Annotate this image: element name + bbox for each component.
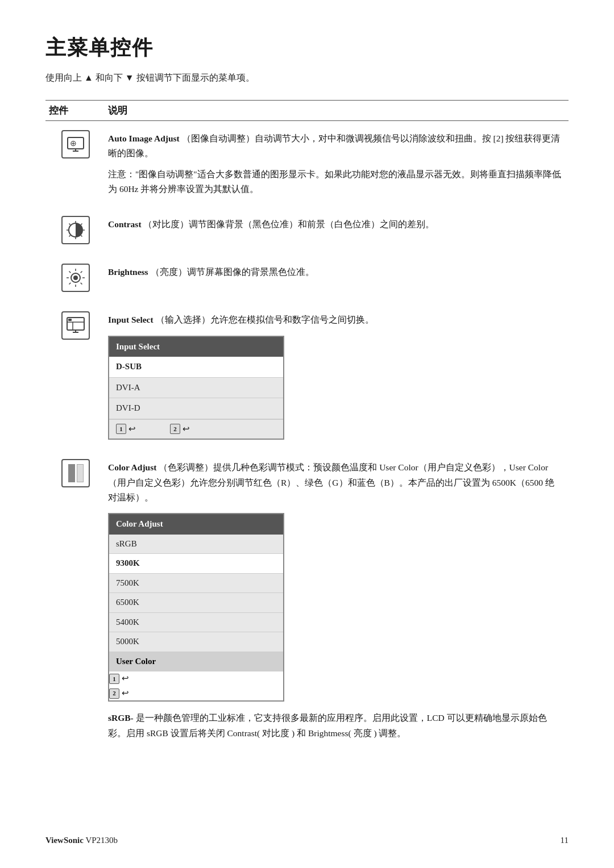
menu-item-5400k[interactable]: 5400K: [109, 613, 283, 633]
col-header-description: 说明: [108, 101, 569, 121]
menu-item-dsub[interactable]: D-SUB: [109, 357, 283, 378]
contrast-svg: [66, 220, 85, 240]
menu-item-dvid[interactable]: DVI-D: [109, 398, 283, 419]
svg-line-9: [69, 224, 70, 225]
spacer-row: [45, 250, 569, 254]
srgb-label: sRGB-: [108, 713, 134, 723]
table-row: ⊕ Auto Image Adjust （图像自动调整）自动调节大小，对中和微调…: [45, 121, 569, 203]
color-adjust-text: （色彩调整）提供几种色彩调节模式：预设颜色温度和 User Color（用户自定…: [108, 462, 554, 502]
color-adjust-menu: Color Adjust sRGB 9300K 7500K 6500K 5400…: [108, 513, 284, 702]
footer-icon-2: ↩: [182, 422, 190, 437]
color-bars-icon: [68, 464, 84, 482]
input-select-icon: [61, 311, 90, 340]
input-select-menu: Input Select D-SUB DVI-A DVI-D 1 ↩ 2 ↩: [108, 336, 284, 440]
footer-num-2: 2: [170, 424, 180, 434]
note-label: 注意：: [108, 169, 135, 179]
controls-table: 控件 说明 ⊕: [45, 100, 569, 746]
color-footer-num-2: 2: [109, 688, 119, 699]
page-footer: ViewSonic VP2130b 11: [0, 836, 614, 845]
auto-image-adjust-icon: ⊕: [61, 130, 90, 158]
color-bar-dark: [68, 464, 75, 482]
svg-rect-26: [68, 319, 72, 321]
svg-line-19: [69, 272, 71, 273]
contrast-text: （对比度）调节图像背景（黑色位准）和前景（白色位准）之间的差别。: [143, 219, 434, 229]
footer-btn1: 1 ↩: [116, 422, 136, 437]
brightness-svg: [66, 268, 85, 287]
brightness-text: （亮度）调节屏幕图像的背景黑色位准。: [151, 267, 314, 277]
brightness-description: Brightness （亮度）调节屏幕图像的背景黑色位准。: [108, 254, 569, 298]
col-header-control: 控件: [45, 101, 108, 121]
input-select-svg: [65, 315, 86, 336]
page-title: 主菜单控件: [45, 34, 569, 62]
color-adjust-icon-cell: [45, 450, 108, 746]
page-number: 11: [561, 836, 569, 845]
color-footer-icon-1: ↩: [122, 671, 129, 686]
input-select-text: （输入选择）允许您在模拟信号和数字信号之间切换。: [156, 315, 374, 324]
input-select-icon-cell: [45, 302, 108, 445]
menu-item-srgb[interactable]: sRGB: [109, 535, 283, 554]
color-footer-btn1: 1 ↩: [109, 671, 283, 686]
contrast-icon-cell: [45, 207, 108, 250]
color-adjust-description: Color Adjust （色彩调整）提供几种色彩调节模式：预设颜色温度和 Us…: [108, 450, 569, 746]
spacer-row: [45, 298, 569, 302]
menu-item-9300k[interactable]: 9300K: [109, 554, 283, 574]
contrast-icon: [61, 216, 90, 244]
auto-adjust-term: Auto Image Adjust: [108, 133, 180, 143]
footer-btn2: 2 ↩: [170, 422, 190, 437]
table-row: Input Select （输入选择）允许您在模拟信号和数字信号之间切换。 In…: [45, 302, 569, 445]
table-row: Brightness （亮度）调节屏幕图像的背景黑色位准。: [45, 254, 569, 298]
table-header-row: 控件 说明: [45, 101, 569, 121]
input-select-menu-footer: 1 ↩ 2 ↩: [109, 419, 283, 439]
table-row: Contrast （对比度）调节图像背景（黑色位准）和前景（白色位准）之间的差别…: [45, 207, 569, 250]
page-container: 主菜单控件 使用向上 ▲ 和向下 ▼ 按钮调节下面显示的菜单项。 控件 说明: [0, 0, 614, 781]
color-adjust-icon: [61, 459, 90, 487]
color-adjust-menu-title: Color Adjust: [109, 514, 283, 535]
svg-line-12: [69, 236, 70, 237]
svg-line-10: [81, 236, 82, 237]
brand-name: ViewSonic: [45, 836, 84, 845]
auto-adjust-description: Auto Image Adjust （图像自动调整）自动调节大小，对中和微调视频…: [108, 121, 569, 203]
menu-item-6500k[interactable]: 6500K: [109, 593, 283, 613]
brightness-term: Brightness: [108, 267, 148, 277]
spacer-row: [45, 445, 569, 450]
menu-item-5000k[interactable]: 5000K: [109, 632, 283, 652]
contrast-description: Contrast （对比度）调节图像背景（黑色位准）和前景（白色位准）之间的差别…: [108, 207, 569, 250]
page-subtitle: 使用向上 ▲ 和向下 ▼ 按钮调节下面显示的菜单项。: [45, 72, 569, 84]
input-select-description: Input Select （输入选择）允许您在模拟信号和数字信号之间切换。 In…: [108, 302, 569, 445]
auto-adjust-svg: ⊕: [65, 134, 86, 155]
spacer-row: [45, 202, 569, 207]
input-select-term: Input Select: [108, 315, 154, 324]
footer-icon-1: ↩: [128, 422, 136, 437]
menu-item-user-color[interactable]: User Color: [109, 652, 283, 672]
svg-point-14: [73, 276, 78, 280]
footer-num-1: 1: [116, 424, 126, 434]
auto-adjust-icon-cell: ⊕: [45, 121, 108, 203]
brand-model: ViewSonic VP2130b: [45, 836, 118, 845]
brightness-icon: [61, 264, 90, 292]
auto-adjust-note: 注意："图像自动调整"适合大多数普通的图形显示卡。如果此功能对您的液晶显示器无效…: [108, 167, 563, 197]
svg-line-11: [81, 224, 82, 225]
srgb-note: sRGB- 是一种颜色管理的工业标准，它支持很多最新的应用程序。启用此设置，LC…: [108, 711, 563, 741]
svg-line-21: [81, 272, 82, 273]
brightness-icon-cell: [45, 254, 108, 298]
srgb-text: 是一种颜色管理的工业标准，它支持很多最新的应用程序。启用此设置，LCD 可以更精…: [108, 713, 547, 737]
table-row: Color Adjust （色彩调整）提供几种色彩调节模式：预设颜色温度和 Us…: [45, 450, 569, 746]
menu-item-7500k[interactable]: 7500K: [109, 574, 283, 594]
color-adjust-term: Color Adjust: [108, 462, 156, 472]
color-footer-btn2: 2 ↩: [109, 686, 283, 701]
contrast-term: Contrast: [108, 219, 142, 229]
color-adjust-menu-footer: 1 ↩ 2 ↩: [109, 671, 283, 700]
color-bar-light: [77, 464, 84, 482]
color-footer-num-1: 1: [109, 674, 119, 684]
menu-item-dvia[interactable]: DVI-A: [109, 378, 283, 399]
model-number: VP2130b: [85, 836, 118, 845]
color-footer-icon-2: ↩: [122, 686, 129, 701]
input-select-menu-title: Input Select: [109, 337, 283, 357]
svg-text:⊕: ⊕: [70, 139, 77, 148]
svg-line-20: [81, 283, 82, 285]
svg-line-22: [69, 283, 71, 285]
